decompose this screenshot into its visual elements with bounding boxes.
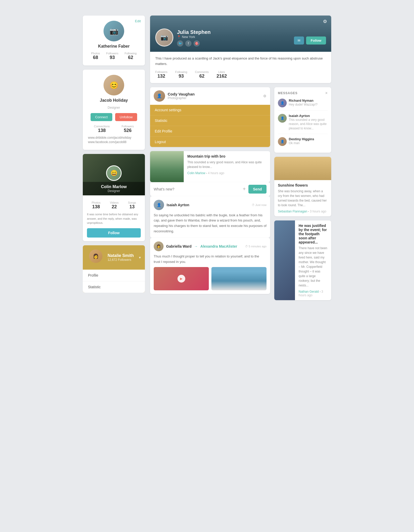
plus-icon[interactable]: + [243, 186, 246, 192]
stat-connections-label: Connections [94, 125, 110, 128]
follow-button[interactable]: Follow [306, 36, 326, 45]
share-to[interactable]: Alexandra MacAlister [200, 244, 237, 248]
profile-stat-likes: Likes 2162 [217, 70, 227, 79]
mountain-image [211, 267, 267, 290]
stat-colin-photos: Photos 138 [92, 201, 100, 210]
katherine-name: Katherine Faber [88, 44, 140, 49]
unfollow-button[interactable]: Unfollow [115, 113, 137, 121]
play-icon[interactable]: ▶ [178, 275, 185, 283]
julia-avatar: 📷 [155, 28, 173, 47]
social-icons: 🐦 f 🎯 [177, 40, 211, 47]
stat-following-label: Following [124, 52, 136, 55]
post-input[interactable] [154, 187, 240, 191]
footpath-post-author[interactable]: Nathan Gerald [299, 290, 319, 293]
mountain-post-text: This sounded a very good reason, and Ali… [187, 160, 267, 169]
sunshine-post-author[interactable]: Sebastian Flannagan [278, 210, 307, 213]
profile-stat-followers-value: 132 [158, 73, 165, 79]
jacob-role: Designer [88, 106, 140, 109]
sunshine-post-content: Sunshine flowers She was bouncing away, … [274, 180, 331, 216]
natalie-header: 👩 Natalie Smith 12,672 Followers ▾ [83, 245, 145, 270]
edit-link[interactable]: Edit [135, 19, 141, 23]
connect-button[interactable]: Connect [91, 113, 112, 121]
messages-header: MESSAGES × [278, 91, 328, 95]
sunshine-post-title: Sunshine flowers [278, 183, 328, 187]
message-item-richard[interactable]: 👤 Richard Nyman Hey dude! Wazzap!? [278, 99, 328, 111]
isaiah-msg-avatar: 👤 [278, 114, 287, 123]
gabriella-avatar: 👩 [154, 241, 164, 251]
stat-colin-songs: Songs 13 [128, 201, 136, 210]
jacob-links: www.dribbble.com/jacobholiday www.facebo… [88, 136, 140, 144]
sunshine-post-meta: Sebastian Flannagan · 3 hours ago [278, 210, 328, 213]
stat-colin-videos: Videos 22 [110, 201, 119, 210]
natalie-menu: Profile Statistic [83, 270, 145, 293]
card-colin: 😄 Colin Marlow Designer Photos 138 Video… [83, 154, 145, 241]
natalie-name: Natalie Smith [108, 253, 134, 258]
comment-isaiah-header: 👤 Isaiah Ayrton ⏱ Just now [154, 200, 267, 210]
share-time-text: 5 minutes ago [249, 245, 267, 248]
mountain-post-author[interactable]: Colin Marlow [187, 171, 205, 175]
stat-photos-label: Photos [91, 52, 100, 55]
colin-bg: 😄 Colin Marlow Designer [83, 154, 145, 195]
stat-colin-songs-value: 13 [129, 204, 135, 209]
share-arrow-icon: → [194, 244, 198, 248]
menu-account-settings[interactable]: Account settings [150, 105, 270, 115]
sunshine-thumb [274, 157, 331, 180]
profile-stat-comments-value: 62 [199, 73, 204, 79]
facebook-icon[interactable]: f [185, 40, 191, 47]
stat-followers-value: 93 [110, 55, 115, 60]
card-jacob: 😊 Jacob Holiday Designer Connect Unfollo… [83, 70, 145, 150]
stat-followers-j-label: Followers [122, 125, 134, 128]
mountain-post-title: Mountain trip with bro [187, 154, 267, 158]
message-item-isaiah[interactable]: 👤 Isaiah Ayrton This sounded a very good… [278, 114, 328, 134]
cody-avatar: 👤 [154, 90, 165, 102]
julia-name: Julia Stephen [177, 29, 211, 35]
isaiah-comment-name: Isaiah Ayrton [167, 203, 189, 207]
flowers-image: ▶ [154, 267, 209, 290]
destiny-message-content: Destiny Higgins Ok man [289, 137, 314, 145]
julia-location: 📍 New York [177, 35, 211, 39]
natalie-menu-profile[interactable]: Profile [83, 270, 145, 281]
jacob-link-1[interactable]: www.dribbble.com/jacobholiday [88, 136, 140, 139]
natalie-menu-statistic[interactable]: Statistic [83, 281, 145, 293]
gear-icon[interactable]: ⚙ [323, 19, 327, 24]
colin-bio: It was some time before he obtained any … [87, 212, 141, 225]
close-icon[interactable]: × [325, 91, 328, 95]
menu-statistic[interactable]: Statistic [150, 115, 270, 126]
isaiah-time-text: Just now [255, 203, 267, 206]
dribbble-icon[interactable]: 🎯 [194, 40, 200, 47]
dropdown-header: 👤 Cody Vaughan Photographer ⚙ [150, 87, 270, 105]
header-actions: ✉ Follow [294, 36, 326, 47]
cody-gear-icon[interactable]: ⚙ [263, 94, 267, 98]
profile-stat-following-value: 93 [179, 73, 184, 79]
message-button[interactable]: ✉ [294, 36, 304, 45]
messages-title: MESSAGES [278, 91, 298, 95]
comment-isaiah: 👤 Isaiah Ayrton ⏱ Just now So saying he … [150, 196, 270, 238]
colin-role: Designer [85, 189, 142, 193]
destiny-name: Destiny Higgins [289, 137, 314, 141]
colin-bottom: Photos 138 Videos 22 Songs 13 It was som… [83, 195, 145, 241]
twitter-icon[interactable]: 🐦 [177, 40, 183, 47]
mountain-post-content: Mountain trip with bro This sounded a ve… [184, 151, 270, 182]
mountain-thumb [150, 151, 184, 182]
jacob-link-2[interactable]: www.facebook.com/jacob88 [88, 140, 140, 144]
destiny-text: Ok man [289, 141, 314, 145]
message-item-destiny[interactable]: 👤 Destiny Higgins Ok man [278, 137, 328, 149]
sunshine-post-text: She was bouncing away, when a cry from t… [278, 189, 328, 208]
colin-follow-button[interactable]: Follow [87, 228, 141, 238]
stat-colin-photos-value: 138 [92, 204, 100, 209]
stat-following-value: 62 [128, 55, 133, 60]
send-button[interactable]: Send [248, 185, 267, 194]
footpath-post-meta: Nathan Gerald · 3 hours ago [299, 290, 328, 297]
header-name-info: Julia Stephen 📍 New York 🐦 f 🎯 [177, 29, 211, 47]
stat-followers-label: Followers [106, 52, 118, 55]
jacob-name: Jacob Holiday [88, 98, 140, 103]
menu-logout[interactable]: Logout [150, 137, 270, 147]
isaiah-comment-avatar: 👤 [154, 200, 164, 210]
profile-stat-comments-label: Comments [195, 70, 209, 73]
menu-edit-profile[interactable]: Edit Profile [150, 126, 270, 137]
card-natalie: 👩 Natalie Smith 12,672 Followers ▾ Profi… [83, 245, 145, 293]
location-pin-icon: 📍 [177, 35, 181, 39]
colin-name: Colin Marlow [85, 184, 142, 189]
profile-header-bg: ⚙ 📷 Julia Stephen 📍 New York 🐦 f 🎯 [150, 16, 331, 52]
colin-stats: Photos 138 Videos 22 Songs 13 [87, 201, 141, 210]
